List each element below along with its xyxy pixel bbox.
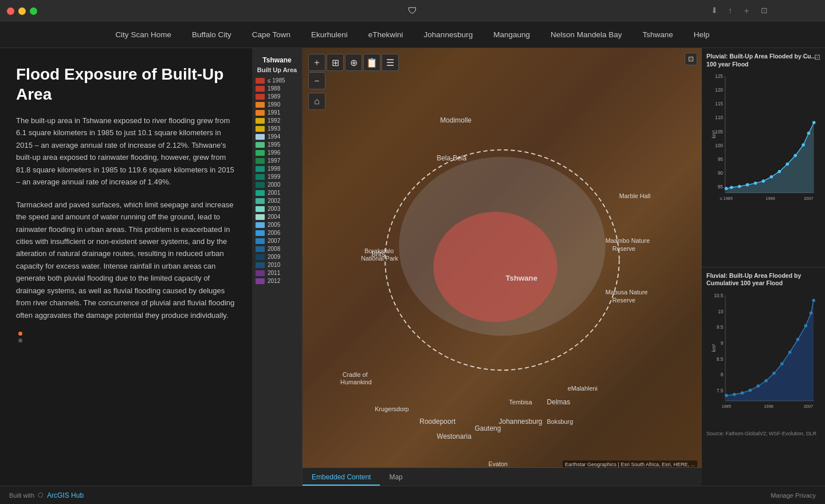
legend-item: 1991 (256, 109, 298, 116)
legend-label: 1994 (268, 133, 280, 140)
nav-item-ethekwini[interactable]: eThekwini (365, 28, 407, 41)
chart1-menu-icon[interactable]: ··· (802, 53, 809, 61)
svg-text:Krugersdorp: Krugersdorp (375, 405, 408, 412)
svg-point-73 (725, 394, 728, 397)
svg-marker-45 (726, 123, 814, 193)
legend-item: 2008 (256, 246, 298, 252)
nav-item-ekurhuleni[interactable]: Ekurhuleni (308, 28, 351, 41)
layers-button[interactable]: ⊕ (345, 54, 362, 71)
svg-point-54 (786, 163, 789, 166)
share-icon[interactable]: ↑ (728, 6, 732, 16)
legend-swatch (256, 78, 265, 84)
legend-swatch (256, 150, 265, 156)
svg-text:1985: 1985 (722, 404, 731, 409)
legend-item: 2003 (256, 206, 298, 212)
svg-point-3 (399, 157, 606, 336)
svg-text:Maambo Nature: Maambo Nature (606, 237, 650, 244)
zoom-in-button[interactable]: ＋ (308, 54, 325, 71)
add-icon[interactable]: ＋ (742, 6, 751, 16)
svg-text:Bela-Bela: Bela-Bela (437, 154, 466, 162)
svg-point-80 (780, 362, 784, 365)
legend-label: 2006 (268, 230, 280, 236)
nav-item-city-scan-home[interactable]: City Scan Home (112, 28, 175, 41)
legend-label: 1988 (268, 85, 280, 92)
nav-item-buffalo-city[interactable]: Buffalo City (188, 28, 235, 41)
window-controls[interactable] (7, 7, 37, 15)
svg-text:2007: 2007 (804, 404, 813, 409)
main-content: Flood Exposure of Built-Up Area The buil… (0, 48, 825, 486)
legend-item: ≤ 1985 (256, 77, 298, 84)
legend-city-label: Tshwane (256, 53, 298, 66)
svg-point-82 (796, 338, 800, 341)
legend-label: 1995 (268, 141, 280, 148)
svg-text:115: 115 (715, 101, 723, 107)
chart1-expand-icon[interactable]: ⊡ (814, 53, 820, 61)
legend-label: 2010 (268, 262, 280, 268)
legend-label: 2005 (268, 222, 280, 228)
titlebar: 🛡 ⬇ ↑ ＋ ⊡ (0, 0, 825, 22)
manage-privacy-button[interactable]: Manage Privacy (771, 492, 816, 499)
shield-icon: 🛡 (408, 6, 417, 16)
zoom-out-button[interactable]: － (308, 72, 325, 89)
legend-toggle-button[interactable]: 📋 (363, 54, 380, 71)
svg-text:Marble Hall: Marble Hall (619, 192, 651, 199)
restore-icon[interactable]: ⊡ (761, 6, 768, 16)
svg-text:≤ 1985: ≤ 1985 (720, 196, 733, 201)
legend-item: 2009 (256, 254, 298, 260)
legend-label: 2007 (268, 238, 280, 244)
svg-text:Borakalalo: Borakalalo (364, 247, 394, 254)
legend-item: 2002 (256, 198, 298, 204)
svg-point-53 (778, 170, 781, 174)
svg-text:Roodepoort: Roodepoort (419, 418, 455, 426)
legend-swatch (256, 182, 265, 188)
nav-item-johannesburg[interactable]: Johannesburg (421, 28, 477, 41)
svg-point-47 (730, 186, 733, 190)
svg-text:85: 85 (718, 184, 724, 190)
nav-item-mangaung[interactable]: Mangaung (490, 28, 533, 41)
legend-item: 1998 (256, 166, 298, 172)
svg-text:Humankind: Humankind (340, 379, 372, 385)
map-maximize-button[interactable]: ⊡ (685, 53, 697, 65)
legend-swatch (256, 158, 265, 164)
legend-label: 1989 (268, 93, 280, 100)
legend-item: 1995 (256, 141, 298, 148)
home-button[interactable]: ⌂ (308, 93, 325, 110)
svg-point-55 (793, 154, 797, 158)
right-panel: ··· ⊡ Pluvial: Built-Up Area Flooded by … (702, 48, 825, 486)
svg-marker-72 (726, 300, 814, 400)
map-toolbar-row-1: ＋ ⊞ ⊕ 📋 ☰ (308, 54, 399, 71)
legend-swatch (256, 166, 265, 172)
svg-point-57 (807, 132, 811, 135)
map-tabs: Embedded Content Map (302, 467, 702, 486)
footer-left: Built with ⬡ ArcGIS Hub (9, 491, 84, 499)
nav-item-help[interactable]: Help (690, 28, 713, 41)
legend-swatch (256, 214, 265, 220)
legend-swatch (256, 206, 265, 212)
tab-embedded-content[interactable]: Embedded Content (302, 470, 380, 486)
nav-item-tshwane[interactable]: Tshwane (639, 28, 677, 41)
svg-text:1996: 1996 (764, 404, 773, 409)
tab-map[interactable]: Map (380, 470, 411, 486)
svg-text:Brits: Brits (371, 250, 385, 258)
legend-item: 2011 (256, 270, 298, 276)
nav-item-cape-town[interactable]: Cape Town (249, 28, 294, 41)
map-area[interactable]: Modimolle Bela-Bela Marble Hall Maambo N… (302, 48, 702, 486)
nav-dot-1[interactable] (18, 332, 22, 336)
basemap-button[interactable]: ⊞ (327, 54, 344, 71)
svg-point-76 (749, 388, 752, 392)
download-icon[interactable]: ⬇ (711, 6, 718, 16)
svg-text:Boksburg: Boksburg (547, 418, 573, 425)
legend-swatch (256, 254, 265, 260)
legend-swatch (256, 86, 265, 92)
minimize-button[interactable] (18, 7, 26, 15)
nav-item-nelson-mandela-bay[interactable]: Nelson Mandela Bay (547, 28, 626, 41)
nav-dot-2[interactable] (18, 338, 22, 342)
maximize-button[interactable] (30, 7, 37, 15)
list-button[interactable]: ☰ (382, 54, 399, 71)
legend-swatch (256, 198, 265, 204)
chart2-title: Fluvial: Built-Up Area Flooded by Cumula… (706, 272, 820, 288)
legend-label: 2002 (268, 198, 280, 204)
legend-label: 1991 (268, 109, 280, 116)
svg-point-50 (754, 182, 757, 185)
close-button[interactable] (7, 7, 14, 15)
